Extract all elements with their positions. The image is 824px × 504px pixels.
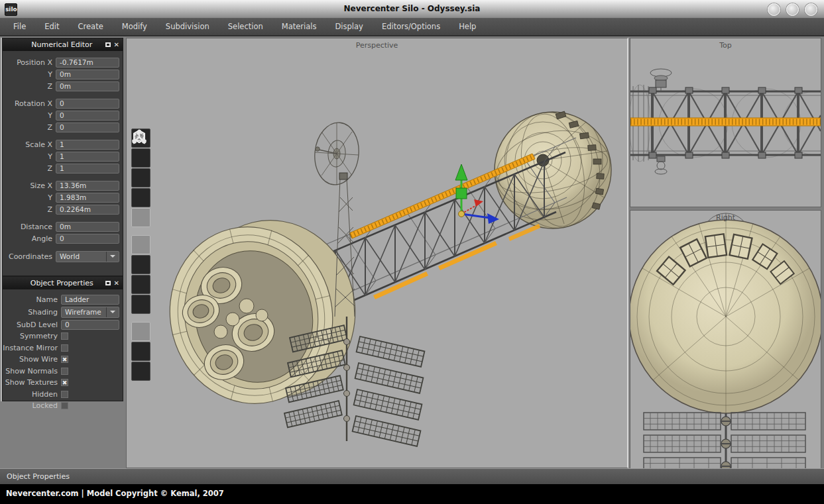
chevron-down-icon: [106, 307, 119, 317]
angle-field[interactable]: 0: [56, 234, 119, 244]
position-y-field[interactable]: 0m: [56, 70, 119, 79]
show-textures-checkbox[interactable]: ✖: [61, 379, 68, 386]
select-object-button[interactable]: [131, 188, 150, 207]
solar-panels-right-view: [644, 413, 805, 468]
scale-y-field[interactable]: 1: [56, 152, 119, 162]
select-multi-button[interactable]: [131, 208, 150, 227]
menu-display[interactable]: Display: [325, 19, 372, 35]
viewport-toolbar: [131, 128, 151, 389]
panel-minimize-icon[interactable]: [105, 42, 111, 47]
select-lasso-button[interactable]: [131, 362, 150, 381]
top-viewport[interactable]: Top: [630, 38, 821, 207]
spaceship-model-right: [630, 211, 821, 468]
rotation-x-field[interactable]: 0: [56, 99, 119, 109]
show-normals-checkbox[interactable]: [61, 368, 68, 375]
top-viewport-label: Top: [630, 41, 821, 50]
select-edge-button[interactable]: [131, 148, 150, 168]
locked-checkbox[interactable]: [61, 402, 68, 409]
object-properties-header[interactable]: Object Properties ✕: [3, 277, 123, 289]
menu-create[interactable]: Create: [69, 19, 113, 35]
chevron-down-icon: [106, 252, 119, 262]
status-text: Object Properties: [7, 472, 70, 481]
maximize-button[interactable]: [786, 3, 799, 16]
right-viewport-label: Right: [630, 213, 821, 222]
position-z-field[interactable]: 0m: [56, 81, 119, 91]
panel-title: Object Properties: [3, 279, 105, 287]
select-face-button[interactable]: [131, 168, 150, 187]
subd-level-field[interactable]: 0: [61, 320, 119, 330]
numerical-editor-header[interactable]: Numerical Editor ✕: [3, 38, 123, 51]
menu-bar: File Edit Create Modify Subdivision Sele…: [0, 19, 824, 36]
close-button[interactable]: [805, 3, 817, 16]
panel-title: Numerical Editor: [3, 40, 105, 49]
numerical-editor-panel: Numerical Editor ✕ Position X-0.7617m Y0…: [2, 38, 123, 276]
instance-mirror-checkbox[interactable]: [61, 344, 68, 352]
perspective-viewport[interactable]: Perspective: [126, 38, 628, 468]
minimize-button[interactable]: [768, 3, 780, 16]
status-bar: Object Properties: [0, 468, 824, 484]
select-paint-button[interactable]: [131, 322, 150, 341]
perspective-viewport-label: Perspective: [127, 41, 627, 50]
menu-modify[interactable]: Modify: [113, 19, 156, 35]
panel-minimize-icon[interactable]: [105, 281, 111, 285]
object-name-field[interactable]: Ladder: [61, 295, 119, 305]
spaceship-model-perspective: [127, 38, 629, 469]
panel-close-icon[interactable]: ✕: [114, 280, 119, 287]
menu-subdivision[interactable]: Subdivision: [156, 19, 219, 35]
sphere-right-view: [630, 220, 821, 413]
object-properties-panel: Object Properties ✕ NameLadder Shading W…: [2, 276, 123, 401]
symmetry-checkbox[interactable]: [61, 332, 68, 340]
tool-universal-button[interactable]: [131, 295, 150, 314]
menu-selection[interactable]: Selection: [219, 19, 272, 35]
tool-scale-button[interactable]: [131, 275, 150, 294]
show-wire-checkbox[interactable]: ✖: [61, 356, 68, 363]
position-x-field[interactable]: -0.7617m: [56, 58, 119, 68]
footer-text: Nevercenter.com | Model Copyright © Kema…: [6, 489, 224, 498]
coordinates-dropdown[interactable]: World: [56, 251, 119, 262]
select-rect-button[interactable]: [131, 342, 150, 361]
size-x-field[interactable]: 13.36m: [56, 181, 119, 191]
scale-x-field[interactable]: 1: [56, 140, 119, 150]
rotation-z-field[interactable]: 0: [56, 123, 119, 132]
size-z-field[interactable]: 0.2264m: [56, 205, 119, 215]
right-viewport[interactable]: Right: [630, 210, 821, 469]
menu-edit[interactable]: Edit: [35, 19, 68, 35]
distance-field[interactable]: 0m: [56, 222, 119, 232]
hidden-checkbox[interactable]: [61, 391, 68, 398]
menu-materials[interactable]: Materials: [272, 19, 326, 35]
title-bar[interactable]: silo Nevercenter Silo - Odyssey.sia: [0, 0, 824, 19]
footer-bar: Nevercenter.com | Model Copyright © Kema…: [0, 484, 824, 504]
menu-help[interactable]: Help: [449, 19, 485, 35]
window-title: Nevercenter Silo - Odyssey.sia: [0, 4, 824, 13]
ladder-top-view: [630, 118, 821, 126]
scale-z-field[interactable]: 1: [56, 164, 119, 174]
menu-editors-options[interactable]: Editors/Options: [373, 19, 449, 35]
tool-move-button[interactable]: [131, 235, 150, 254]
rotation-y-field[interactable]: 0: [56, 111, 119, 121]
spaceship-model-top: [630, 38, 821, 207]
tool-rotate-button[interactable]: [131, 255, 150, 274]
size-y-field[interactable]: 1.983m: [56, 193, 119, 203]
menu-file[interactable]: File: [4, 19, 35, 35]
panel-close-icon[interactable]: ✕: [114, 42, 119, 48]
shading-dropdown[interactable]: Wireframe: [61, 307, 119, 318]
